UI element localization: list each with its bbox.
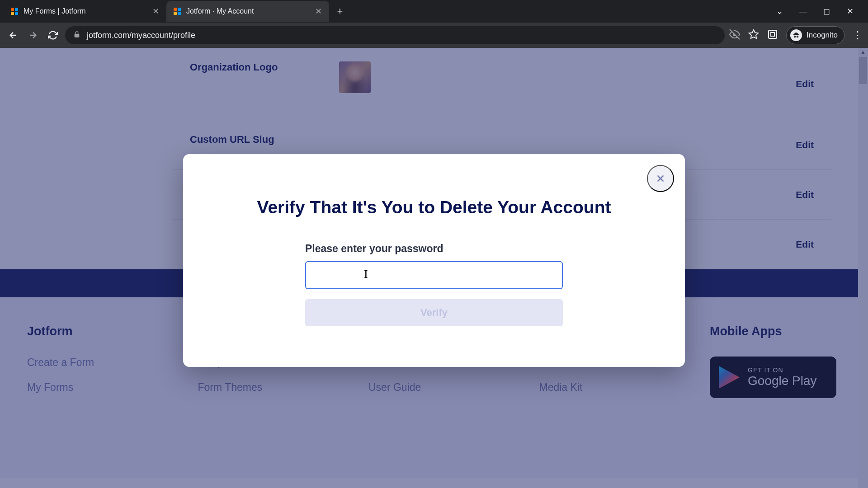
password-input-label: Please enter your password bbox=[305, 243, 563, 255]
svg-rect-8 bbox=[769, 30, 777, 38]
tab-title: Jotform · My Account bbox=[186, 7, 309, 15]
svg-rect-4 bbox=[174, 8, 177, 11]
forward-button[interactable] bbox=[25, 28, 41, 43]
incognito-label: Incognito bbox=[807, 31, 838, 40]
verify-button[interactable]: Verify bbox=[305, 299, 563, 326]
new-tab-button[interactable]: + bbox=[332, 3, 348, 19]
modal-overlay: Verify That It's You to Delete Your Acco… bbox=[0, 48, 868, 488]
svg-rect-0 bbox=[11, 8, 14, 11]
tab-close-icon[interactable]: ✕ bbox=[151, 7, 160, 16]
tab-close-icon[interactable]: ✕ bbox=[314, 7, 323, 16]
tab-bar: My Forms | Jotform ✕ Jotform · My Accoun… bbox=[0, 0, 868, 23]
url-text: jotform.com/myaccount/profile bbox=[87, 31, 195, 40]
incognito-chip[interactable]: Incognito bbox=[786, 26, 844, 44]
browser-chrome: My Forms | Jotform ✕ Jotform · My Accoun… bbox=[0, 0, 868, 48]
modal-title: Verify That It's You to Delete Your Acco… bbox=[210, 197, 658, 217]
chevron-down-icon[interactable]: ⌄ bbox=[774, 6, 785, 17]
page-viewport: Organization Logo Edit Custom URL Slug E… bbox=[0, 48, 868, 488]
jotform-favicon-icon bbox=[10, 7, 19, 16]
modal-close-button[interactable] bbox=[647, 165, 674, 192]
svg-rect-6 bbox=[174, 12, 177, 15]
svg-rect-1 bbox=[15, 8, 18, 11]
svg-rect-2 bbox=[11, 12, 14, 15]
close-icon bbox=[655, 173, 666, 184]
star-icon[interactable] bbox=[748, 29, 759, 42]
verify-delete-modal: Verify That It's You to Delete Your Acco… bbox=[183, 154, 685, 367]
lock-icon bbox=[73, 31, 80, 40]
incognito-icon bbox=[790, 29, 802, 41]
svg-rect-5 bbox=[178, 8, 181, 11]
svg-rect-3 bbox=[15, 12, 18, 15]
url-field[interactable]: jotform.com/myaccount/profile bbox=[65, 26, 725, 44]
window-controls: ⌄ — ◻ ✕ bbox=[774, 6, 864, 17]
back-button[interactable] bbox=[5, 28, 21, 43]
browser-tab-1[interactable]: Jotform · My Account ✕ bbox=[166, 1, 329, 22]
jotform-favicon-icon bbox=[173, 7, 182, 16]
kebab-menu-icon[interactable]: ⋮ bbox=[853, 29, 863, 41]
tab-title: My Forms | Jotform bbox=[24, 7, 146, 15]
close-window-icon[interactable]: ✕ bbox=[844, 6, 855, 17]
svg-rect-9 bbox=[771, 33, 774, 36]
extensions-icon[interactable] bbox=[767, 29, 778, 42]
eye-off-icon[interactable] bbox=[729, 29, 740, 42]
password-input[interactable] bbox=[305, 261, 563, 289]
maximize-icon[interactable]: ◻ bbox=[821, 6, 832, 17]
browser-tab-0[interactable]: My Forms | Jotform ✕ bbox=[4, 1, 166, 22]
minimize-icon[interactable]: — bbox=[797, 6, 808, 17]
address-bar: jotform.com/myaccount/profile Incognito … bbox=[0, 23, 868, 48]
reload-button[interactable] bbox=[45, 28, 61, 43]
svg-rect-7 bbox=[178, 12, 181, 15]
